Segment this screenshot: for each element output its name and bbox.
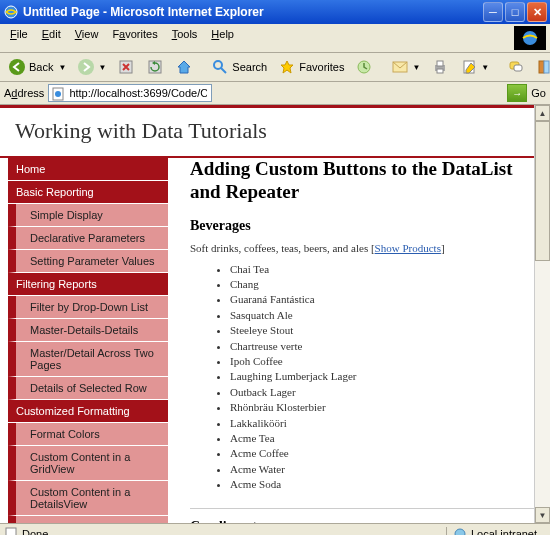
favorites-label: Favorites [299, 61, 344, 73]
category-heading: Condiments [190, 519, 542, 523]
status-text: Done [22, 528, 48, 536]
refresh-button[interactable] [142, 56, 168, 78]
menu-file[interactable]: File [4, 26, 34, 50]
nav-sub[interactable]: Master-Details-Details [8, 319, 168, 342]
list-item: Acme Soda [230, 477, 542, 492]
back-button[interactable]: Back▼ [4, 56, 70, 78]
go-label: Go [531, 87, 546, 99]
nav-sub[interactable]: Declarative Parameters [8, 227, 168, 250]
list-item: Ipoh Coffee [230, 354, 542, 369]
nav-sub[interactable]: Custom Content in a GridView [8, 446, 168, 481]
titlebar: Untitled Page - Microsoft Internet Explo… [0, 0, 550, 24]
edit-button[interactable]: ▼ [456, 56, 493, 78]
svg-rect-14 [514, 65, 522, 71]
page-icon [4, 527, 18, 536]
list-item: Chartreuse verte [230, 339, 542, 354]
close-button[interactable]: ✕ [527, 2, 547, 22]
list-item: Acme Coffee [230, 446, 542, 461]
stop-button[interactable] [113, 56, 139, 78]
svg-rect-16 [544, 61, 549, 73]
category-heading: Beverages [190, 218, 542, 234]
main-content: Adding Custom Buttons to the DataList an… [168, 158, 542, 523]
nav-customized-formatting[interactable]: Customized Formatting [8, 400, 168, 423]
menu-favorites[interactable]: Favorites [106, 26, 163, 50]
menu-help[interactable]: Help [205, 26, 240, 50]
search-label: Search [232, 61, 267, 73]
mail-button[interactable]: ▼ [387, 56, 424, 78]
svg-rect-10 [437, 61, 443, 66]
go-button[interactable]: → [507, 84, 527, 102]
scroll-down-button[interactable]: ▼ [535, 507, 550, 523]
ie-icon [3, 4, 19, 20]
list-item: Guaraná Fantástica [230, 292, 542, 307]
svg-rect-15 [539, 61, 544, 73]
discuss-button[interactable] [503, 56, 529, 78]
scroll-thumb[interactable] [535, 121, 550, 261]
list-item: Acme Water [230, 462, 542, 477]
forward-button[interactable]: ▼ [73, 56, 110, 78]
list-item: Lakkalikööri [230, 416, 542, 431]
home-button[interactable] [171, 56, 197, 78]
svg-point-3 [78, 59, 94, 75]
nav-sub[interactable]: Custom Content in a DetailsView [8, 481, 168, 516]
page-icon [51, 87, 65, 101]
zone-icon [453, 527, 467, 536]
list-item: Laughing Lumberjack Lager [230, 369, 542, 384]
nav-sub[interactable]: Simple Display [8, 204, 168, 227]
nav-filtering-reports[interactable]: Filtering Reports [8, 273, 168, 296]
print-button[interactable] [427, 56, 453, 78]
sidebar: Home Basic Reporting Simple Display Decl… [8, 158, 168, 523]
address-input[interactable] [48, 84, 212, 102]
svg-point-19 [55, 91, 61, 97]
svg-rect-11 [437, 69, 443, 73]
list-item: Outback Lager [230, 385, 542, 400]
scroll-track[interactable] [535, 121, 550, 507]
svg-point-1 [523, 31, 537, 45]
nav-sub[interactable]: Custom Content in a FormView [8, 516, 168, 523]
list-item: Chang [230, 277, 542, 292]
menubar: File Edit View Favorites Tools Help [0, 24, 550, 53]
page-title: Adding Custom Buttons to the DataList an… [190, 158, 542, 204]
content-area: Working with Data Tutorials Home Basic R… [0, 105, 550, 523]
show-products-link[interactable]: Show Products [375, 242, 441, 254]
list-item: Acme Tea [230, 431, 542, 446]
window-title: Untitled Page - Microsoft Internet Explo… [23, 5, 483, 19]
address-bar: Address → Go [0, 82, 550, 105]
nav-sub[interactable]: Filter by Drop-Down List [8, 296, 168, 319]
nav-home[interactable]: Home [8, 158, 168, 181]
address-label: Address [4, 87, 44, 99]
svg-rect-20 [6, 528, 16, 536]
list-item: Rhönbräu Klosterbier [230, 400, 542, 415]
svg-point-21 [455, 529, 465, 536]
list-item: Chai Tea [230, 262, 542, 277]
svg-point-2 [9, 59, 25, 75]
list-item: Steeleye Stout [230, 323, 542, 338]
menu-view[interactable]: View [69, 26, 105, 50]
favorites-button[interactable]: Favorites [274, 56, 348, 78]
category-desc: Soft drinks, coffees, teas, beers, and a… [190, 242, 542, 254]
statusbar: Done Local intranet [0, 523, 550, 535]
zone-text: Local intranet [471, 528, 537, 536]
scrollbar[interactable]: ▲ ▼ [534, 105, 550, 523]
list-item: Sasquatch Ale [230, 308, 542, 323]
svg-point-6 [214, 61, 222, 69]
maximize-button[interactable]: □ [505, 2, 525, 22]
page-header: Working with Data Tutorials [0, 108, 550, 156]
menu-tools[interactable]: Tools [166, 26, 204, 50]
nav-sub[interactable]: Details of Selected Row [8, 377, 168, 400]
scroll-up-button[interactable]: ▲ [535, 105, 550, 121]
nav-sub[interactable]: Master/Detail Across Two Pages [8, 342, 168, 377]
nav-sub[interactable]: Format Colors [8, 423, 168, 446]
nav-sub[interactable]: Setting Parameter Values [8, 250, 168, 273]
toolbar: Back▼ ▼ Search Favorites ▼ ▼ [0, 53, 550, 82]
product-list: Chai Tea Chang Guaraná Fantástica Sasqua… [230, 262, 542, 493]
history-button[interactable] [351, 56, 377, 78]
research-button[interactable] [532, 56, 550, 78]
ie-throbber [514, 26, 546, 50]
minimize-button[interactable]: ─ [483, 2, 503, 22]
nav-basic-reporting[interactable]: Basic Reporting [8, 181, 168, 204]
back-label: Back [29, 61, 53, 73]
menu-edit[interactable]: Edit [36, 26, 67, 50]
search-button[interactable]: Search [207, 56, 271, 78]
